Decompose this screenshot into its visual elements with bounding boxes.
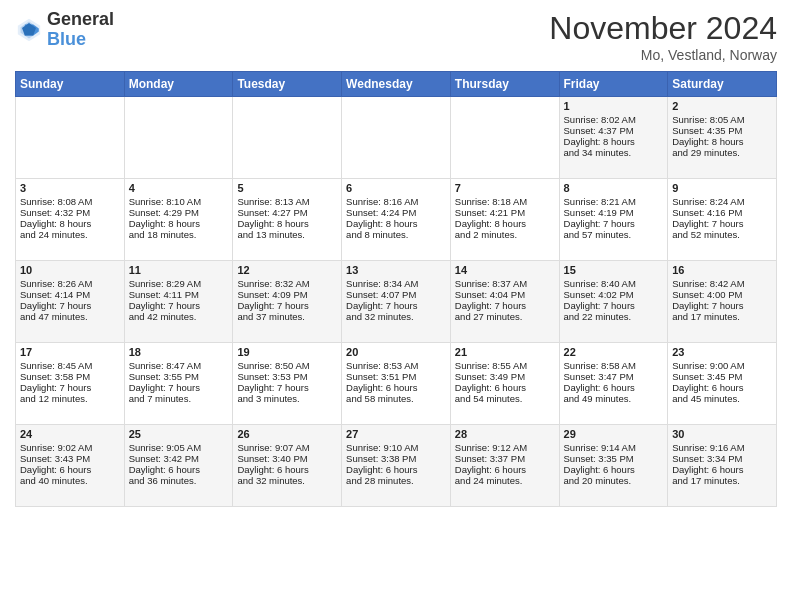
day-cell: 14Sunrise: 8:37 AMSunset: 4:04 PMDayligh… [450,261,559,343]
day-cell: 16Sunrise: 8:42 AMSunset: 4:00 PMDayligh… [668,261,777,343]
day-cell: 12Sunrise: 8:32 AMSunset: 4:09 PMDayligh… [233,261,342,343]
day-number: 1 [564,100,664,112]
day-detail: and 8 minutes. [346,229,446,240]
day-detail: and 37 minutes. [237,311,337,322]
day-number: 10 [20,264,120,276]
weekday-monday: Monday [124,72,233,97]
day-detail: Daylight: 6 hours [20,464,120,475]
day-number: 17 [20,346,120,358]
day-detail: Sunrise: 9:16 AM [672,442,772,453]
weekday-wednesday: Wednesday [342,72,451,97]
day-number: 30 [672,428,772,440]
day-detail: Sunset: 4:16 PM [672,207,772,218]
day-detail: and 52 minutes. [672,229,772,240]
day-number: 25 [129,428,229,440]
day-cell: 7Sunrise: 8:18 AMSunset: 4:21 PMDaylight… [450,179,559,261]
day-detail: and 20 minutes. [564,475,664,486]
day-detail: Sunset: 4:24 PM [346,207,446,218]
day-detail: and 57 minutes. [564,229,664,240]
day-detail: Sunrise: 8:45 AM [20,360,120,371]
day-detail: Sunset: 4:32 PM [20,207,120,218]
day-cell: 29Sunrise: 9:14 AMSunset: 3:35 PMDayligh… [559,425,668,507]
day-detail: Sunset: 3:43 PM [20,453,120,464]
day-number: 21 [455,346,555,358]
day-number: 11 [129,264,229,276]
day-detail: Sunset: 3:49 PM [455,371,555,382]
day-detail: Sunset: 4:02 PM [564,289,664,300]
day-detail: and 28 minutes. [346,475,446,486]
day-detail: Daylight: 7 hours [237,300,337,311]
calendar-header: SundayMondayTuesdayWednesdayThursdayFrid… [16,72,777,97]
day-detail: and 42 minutes. [129,311,229,322]
day-cell: 24Sunrise: 9:02 AMSunset: 3:43 PMDayligh… [16,425,125,507]
day-cell: 19Sunrise: 8:50 AMSunset: 3:53 PMDayligh… [233,343,342,425]
day-detail: Sunset: 4:09 PM [237,289,337,300]
day-number: 29 [564,428,664,440]
day-detail: and 27 minutes. [455,311,555,322]
day-detail: Sunrise: 8:16 AM [346,196,446,207]
day-detail: Sunrise: 8:02 AM [564,114,664,125]
day-number: 5 [237,182,337,194]
day-detail: and 32 minutes. [346,311,446,322]
day-number: 22 [564,346,664,358]
day-detail: Sunrise: 8:32 AM [237,278,337,289]
day-detail: Daylight: 6 hours [346,464,446,475]
day-detail: Daylight: 7 hours [672,300,772,311]
day-detail: and 7 minutes. [129,393,229,404]
day-number: 23 [672,346,772,358]
day-detail: Sunrise: 9:12 AM [455,442,555,453]
day-cell [233,97,342,179]
day-detail: Sunset: 3:45 PM [672,371,772,382]
day-number: 24 [20,428,120,440]
day-detail: Sunset: 4:00 PM [672,289,772,300]
day-detail: Daylight: 8 hours [672,136,772,147]
day-cell [342,97,451,179]
day-detail: Sunset: 3:34 PM [672,453,772,464]
day-detail: Daylight: 6 hours [455,382,555,393]
day-detail: and 13 minutes. [237,229,337,240]
day-detail: and 58 minutes. [346,393,446,404]
day-detail: Daylight: 6 hours [672,382,772,393]
day-cell: 20Sunrise: 8:53 AMSunset: 3:51 PMDayligh… [342,343,451,425]
location: Mo, Vestland, Norway [549,47,777,63]
day-cell [124,97,233,179]
day-detail: Daylight: 7 hours [20,382,120,393]
day-detail: Daylight: 7 hours [672,218,772,229]
day-detail: Sunrise: 9:02 AM [20,442,120,453]
day-detail: Sunset: 4:04 PM [455,289,555,300]
day-cell: 3Sunrise: 8:08 AMSunset: 4:32 PMDaylight… [16,179,125,261]
day-detail: and 3 minutes. [237,393,337,404]
day-detail: Daylight: 7 hours [455,300,555,311]
logo-text: General Blue [47,10,114,50]
day-detail: Daylight: 6 hours [237,464,337,475]
day-detail: Daylight: 7 hours [564,218,664,229]
day-detail: Daylight: 7 hours [129,382,229,393]
day-detail: Daylight: 8 hours [129,218,229,229]
day-detail: Sunrise: 8:05 AM [672,114,772,125]
weekday-sunday: Sunday [16,72,125,97]
day-detail: Sunrise: 8:21 AM [564,196,664,207]
day-detail: Sunset: 3:53 PM [237,371,337,382]
day-detail: Sunrise: 8:50 AM [237,360,337,371]
day-number: 16 [672,264,772,276]
day-number: 13 [346,264,446,276]
day-cell [16,97,125,179]
day-number: 3 [20,182,120,194]
day-detail: Sunset: 4:37 PM [564,125,664,136]
weekday-row: SundayMondayTuesdayWednesdayThursdayFrid… [16,72,777,97]
day-detail: Sunrise: 8:13 AM [237,196,337,207]
day-number: 9 [672,182,772,194]
day-detail: Daylight: 7 hours [129,300,229,311]
day-detail: Sunrise: 8:55 AM [455,360,555,371]
week-row-5: 24Sunrise: 9:02 AMSunset: 3:43 PMDayligh… [16,425,777,507]
calendar-table: SundayMondayTuesdayWednesdayThursdayFrid… [15,71,777,507]
day-detail: Daylight: 7 hours [346,300,446,311]
day-detail: Sunset: 3:40 PM [237,453,337,464]
day-detail: Daylight: 8 hours [564,136,664,147]
week-row-2: 3Sunrise: 8:08 AMSunset: 4:32 PMDaylight… [16,179,777,261]
day-detail: Sunrise: 8:53 AM [346,360,446,371]
day-detail: Daylight: 6 hours [346,382,446,393]
day-number: 4 [129,182,229,194]
day-detail: Sunset: 4:07 PM [346,289,446,300]
logo-icon [15,16,43,44]
